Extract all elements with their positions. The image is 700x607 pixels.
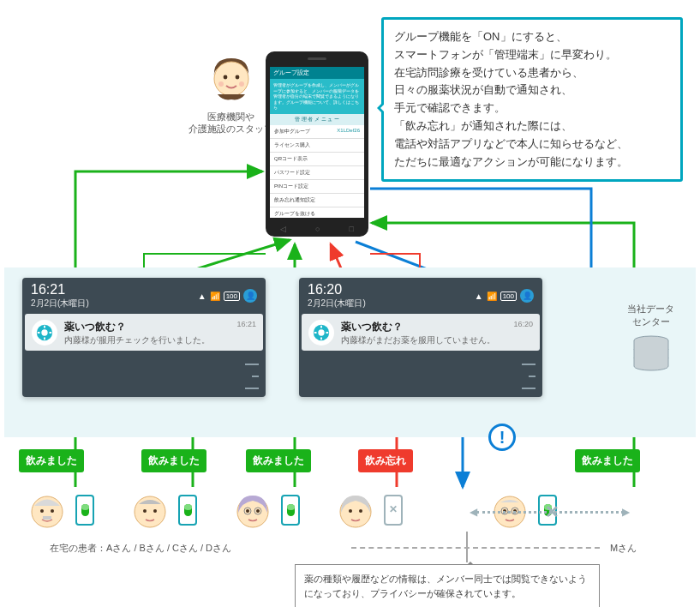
elderly-man-icon (488, 489, 531, 532)
phone-menu-item[interactable]: パスワード設定 (270, 166, 364, 180)
svg-point-18 (153, 509, 157, 513)
database-icon (632, 335, 670, 371)
dc-label-2: センター (627, 316, 674, 328)
phone-menu-item[interactable]: PINコード設定 (270, 180, 364, 194)
notif-message: 内藤様が服用チェックを行いました。 (64, 334, 230, 346)
status-icons: ▲📶 100 👤 (475, 289, 534, 303)
app-icon (32, 320, 57, 346)
phone-menu-item[interactable]: 飲み忘れ通知設定 (270, 194, 364, 207)
elderly-man-icon (129, 489, 171, 532)
svg-point-12 (51, 509, 54, 513)
user-icon: 👤 (243, 289, 257, 303)
alert-icon: ! (488, 424, 516, 451)
status-tag-missed: 飲み忘れ (358, 449, 413, 472)
pill-icon (182, 503, 194, 517)
notif-time: 16:21 (31, 282, 89, 297)
status-icons: ▲📶 100 👤 (198, 289, 257, 303)
svg-point-17 (143, 509, 147, 513)
svg-point-8 (318, 329, 324, 335)
blocked-x-icon: ✕ (545, 502, 559, 522)
svg-point-1 (223, 75, 227, 80)
phone-menu-item[interactable]: ライセンス購入 (270, 139, 364, 153)
svg-point-22 (246, 509, 249, 513)
wifi-icon: ▲ (475, 291, 483, 301)
patient-phone-icon: ✕ (384, 495, 403, 526)
speech-line: スマートフォンが「管理端末」に早変わり。 (394, 46, 670, 64)
wifi-icon: ▲ (198, 291, 206, 301)
arrow-right-icon: ▶ (622, 506, 630, 518)
pill-icon (285, 503, 296, 517)
svg-point-3 (218, 81, 224, 87)
signal-icon: 📶 (487, 291, 497, 301)
svg-point-6 (41, 329, 47, 335)
notif-handle-icon (299, 353, 542, 397)
patients-row: ✕ (9, 489, 691, 532)
speech-line: 「飲み忘れ」が通知された際には、 (394, 117, 670, 135)
app-icon (308, 320, 334, 346)
phone-menu-item[interactable]: グループを抜ける (270, 207, 364, 219)
patient-b (111, 489, 214, 532)
notification-taken: 16:21 2月2日(木曜日) ▲📶 100 👤 薬いつ飲む？ 内藤様が服用チェ… (22, 278, 266, 397)
speech-line: 電話や対話アプリなどで本人に知らせるなど、 (394, 135, 670, 153)
elderly-woman-icon (231, 489, 274, 532)
speech-line: 在宅訪問診療を受けている患者から、 (394, 64, 670, 82)
notif-date: 2月2日(木曜日) (31, 297, 89, 310)
svg-rect-20 (184, 504, 192, 510)
status-tag-taken: 飲みました (246, 449, 311, 472)
staff-label-1: 医療機関や (207, 111, 254, 122)
svg-point-0 (214, 62, 248, 96)
patient-phone-icon (75, 495, 94, 526)
patient-d: ✕ (317, 489, 420, 532)
notif-time: 16:20 (308, 282, 366, 297)
dc-label-1: 当社データ (627, 303, 674, 316)
phone-info-banner: 管理者がグループを作成し、メンバーがグループに参加すると、メンバーの服薬データを… (270, 79, 364, 114)
staff-face-icon (206, 51, 257, 103)
svg-point-30 (359, 509, 362, 513)
patient-a (9, 489, 111, 532)
speech-line: 手元で確認できます。 (394, 99, 670, 117)
phone-menu-item[interactable]: 参加中グループX1LDef26 (270, 125, 364, 139)
notif-timestamp: 16:20 (513, 320, 533, 328)
phone-app-title: グループ設定 (270, 67, 364, 79)
status-tag-taken: 飲みました (141, 449, 206, 472)
staff-label-2: 介護施設のスタッフ (188, 123, 273, 134)
data-center: 当社データ センター (627, 303, 674, 373)
speech-line: グループ機能を「ON」にすると、 (394, 28, 670, 46)
arrow-left-icon: ◀ (470, 506, 477, 518)
elderly-man-icon (26, 489, 69, 532)
user-icon: 👤 (520, 289, 534, 303)
svg-point-29 (349, 509, 352, 513)
staff-figure: 医療機関や 介護施設のスタッフ (188, 51, 273, 135)
phone-menu-item[interactable]: QRコード表示 (270, 153, 364, 166)
patient-m-label: Mさん (610, 542, 637, 555)
phone-menu-header: 管 理 者 メ ニ ュ ー (270, 114, 364, 125)
svg-rect-13 (43, 516, 51, 520)
svg-rect-27 (287, 504, 295, 510)
admin-smartphone: グループ設定 管理者がグループを作成し、メンバーがグループに参加すると、メンバー… (266, 51, 368, 237)
svg-point-4 (239, 81, 244, 87)
battery-level: 100 (500, 291, 517, 301)
privacy-note: 薬の種類や履歴などの情報は、メンバー同士では閲覧できないようになっており、プライ… (295, 564, 600, 607)
notif-date: 2月2日(木曜日) (308, 297, 366, 310)
notif-message: 内藤様がまだお薬を服用していません。 (341, 334, 506, 346)
x-icon: ✕ (389, 503, 398, 515)
status-tag-taken: 飲みました (19, 449, 84, 472)
svg-point-2 (235, 75, 239, 80)
signal-icon: 📶 (210, 291, 220, 301)
notification-missed: 16:20 2月2日(木曜日) ▲📶 100 👤 薬いつ飲む？ 内藤様がまだお薬… (299, 278, 542, 397)
battery-level: 100 (224, 291, 240, 301)
svg-point-11 (40, 509, 44, 513)
speech-line: ただちに最適なアクションが可能になります。 (394, 153, 670, 171)
pill-icon (80, 503, 91, 517)
patient-phone-icon (281, 495, 300, 526)
notif-title: 薬いつ飲む？ (341, 320, 506, 334)
patients-caption: 在宅の患者：Aさん / Bさん / Cさん / Dさん (50, 542, 231, 555)
notif-timestamp: 16:21 (236, 320, 256, 328)
patient-c (214, 489, 317, 532)
patient-phone-icon (178, 495, 197, 526)
patients-ellipsis-line (351, 547, 600, 549)
elderly-woman-icon (334, 489, 377, 532)
speech-line: 日々の服薬状況が自動で通知され、 (394, 81, 670, 99)
svg-rect-15 (81, 504, 89, 510)
explanation-bubble: グループ機能を「ON」にすると、 スマートフォンが「管理端末」に早変わり。 在宅… (381, 17, 683, 182)
